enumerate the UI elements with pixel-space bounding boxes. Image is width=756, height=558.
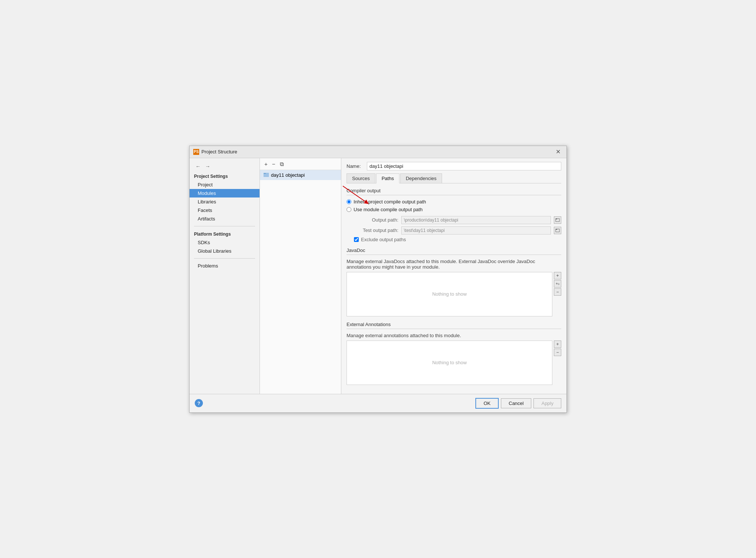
sidebar-item-sdks[interactable]: SDKs — [190, 238, 260, 247]
javadoc-title: JavaDoc — [347, 248, 561, 255]
sidebar-item-modules[interactable]: Modules — [190, 189, 260, 197]
app-icon: PS — [193, 149, 199, 155]
ext-annotations-remove-button[interactable]: − — [554, 349, 561, 356]
nav-forward-button[interactable]: → — [204, 163, 212, 170]
test-output-path-row: Test output path: — [347, 226, 561, 235]
nav-back-fwd: ← → — [190, 161, 260, 172]
compiler-output-radio-group: Inherit project compile output path — [347, 199, 561, 212]
inherit-radio-label[interactable]: Inherit project compile output path — [354, 199, 426, 205]
tab-dependencies[interactable]: Dependencies — [400, 173, 442, 183]
output-path-input[interactable] — [401, 216, 551, 224]
module-name-input[interactable] — [367, 162, 561, 170]
tab-sources[interactable]: Sources — [347, 173, 375, 183]
javadoc-panel-buttons: + +₀ − — [552, 272, 561, 316]
name-label: Name: — [347, 163, 363, 169]
exclude-output-row: Exclude output paths — [347, 237, 561, 242]
project-settings-header: Project Settings — [190, 172, 260, 180]
external-annotations-empty-text: Nothing to show — [432, 360, 466, 365]
external-annotations-panel: Nothing to show + − — [347, 341, 561, 385]
sidebar-item-facets[interactable]: Facets — [190, 206, 260, 215]
sidebar-item-libraries[interactable]: Libraries — [190, 197, 260, 206]
exclude-output-checkbox[interactable] — [354, 237, 359, 242]
output-path-browse-button[interactable] — [554, 216, 561, 224]
inherit-radio[interactable] — [347, 199, 351, 204]
javadoc-add-button[interactable]: + — [554, 272, 561, 279]
javadoc-empty-text: Nothing to show — [432, 291, 466, 297]
external-annotations-panel-buttons: + − — [552, 341, 561, 385]
close-button[interactable]: ✕ — [553, 148, 563, 156]
project-structure-dialog: PS Project Structure ✕ ← → Project Setti… — [189, 146, 567, 413]
compiler-output-section: Compiler output Inherit project compile … — [347, 188, 561, 242]
title-bar-left: PS Project Structure — [193, 149, 237, 155]
svg-rect-7 — [556, 229, 557, 230]
external-annotations-description: Manage external annotations attached to … — [347, 333, 561, 338]
sidebar-item-artifacts[interactable]: Artifacts — [190, 215, 260, 223]
cancel-button[interactable]: Cancel — [501, 398, 531, 408]
javadoc-section: JavaDoc Manage external JavaDocs attache… — [347, 248, 561, 316]
svg-rect-1 — [264, 173, 266, 174]
main-content: Name: Sources Paths Dependencies Compile… — [341, 158, 566, 394]
nav-back-button[interactable]: ← — [194, 163, 202, 170]
dialog-title: Project Structure — [201, 149, 237, 155]
javadoc-panel: Nothing to show + +₀ − — [347, 272, 561, 316]
javadoc-list-area: Nothing to show — [347, 272, 552, 316]
name-row: Name: — [347, 162, 561, 170]
ok-button[interactable]: OK — [475, 398, 499, 409]
tab-paths[interactable]: Paths — [376, 173, 399, 183]
javadoc-description: Manage external JavaDocs attached to thi… — [347, 259, 561, 270]
apply-button[interactable]: Apply — [533, 398, 561, 408]
footer-left: ? — [195, 398, 203, 409]
sidebar: ← → Project Settings Project Modules Lib… — [190, 158, 260, 394]
module-list-item[interactable]: day11 objectapi — [260, 170, 341, 180]
sidebar-item-project[interactable]: Project — [190, 180, 260, 189]
module-compile-radio-row: Use module compile output path — [347, 207, 561, 212]
sidebar-item-global-libraries[interactable]: Global Libraries — [190, 247, 260, 255]
module-name-label: day11 objectapi — [271, 172, 305, 178]
module-folder-icon — [264, 172, 269, 178]
test-output-path-input[interactable] — [401, 226, 551, 235]
external-annotations-list-area: Nothing to show — [347, 341, 552, 385]
title-bar: PS Project Structure ✕ — [190, 146, 566, 158]
exclude-output-label[interactable]: Exclude output paths — [361, 237, 406, 242]
ext-annotations-add-button[interactable]: + — [554, 341, 561, 348]
help-button[interactable]: ? — [195, 399, 203, 407]
module-list-area: + − ⧉ day11 objectapi — [260, 158, 341, 394]
output-path-row: Output path: — [347, 216, 561, 224]
add-module-button[interactable]: + — [263, 160, 269, 167]
inherit-radio-row: Inherit project compile output path — [347, 199, 561, 205]
platform-settings-header: Platform Settings — [190, 229, 260, 238]
tab-bar: Sources Paths Dependencies — [347, 173, 561, 183]
test-output-path-browse-button[interactable] — [554, 227, 561, 234]
module-toolbar: + − ⧉ — [260, 158, 341, 170]
sidebar-divider-1 — [194, 226, 255, 226]
compiler-output-title: Compiler output — [347, 188, 561, 195]
module-compile-radio-label[interactable]: Use module compile output path — [354, 207, 422, 212]
dialog-body: ← → Project Settings Project Modules Lib… — [190, 158, 566, 394]
test-output-label: Test output path: — [354, 227, 398, 233]
output-path-label: Output path: — [354, 217, 398, 223]
footer-right: OK Cancel Apply — [475, 398, 561, 409]
external-annotations-title: External Annotations — [347, 322, 561, 329]
javadoc-remove-button[interactable]: − — [554, 288, 561, 296]
module-compile-radio[interactable] — [347, 207, 351, 212]
svg-rect-5 — [556, 219, 557, 219]
copy-module-button[interactable]: ⧉ — [278, 160, 285, 167]
sidebar-divider-2 — [194, 258, 255, 259]
sidebar-item-problems[interactable]: Problems — [190, 262, 260, 270]
javadoc-add-root-button[interactable]: +₀ — [554, 280, 561, 288]
remove-module-button[interactable]: − — [271, 160, 277, 167]
external-annotations-section: External Annotations Manage external ann… — [347, 322, 561, 385]
dialog-footer: ? OK Cancel Apply — [190, 394, 566, 412]
